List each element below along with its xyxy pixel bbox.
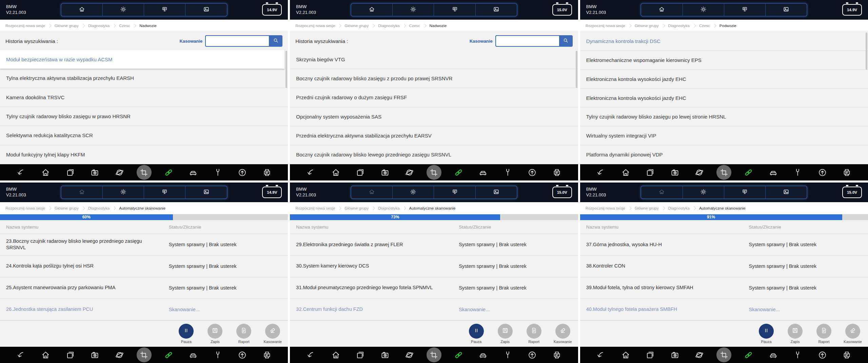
camera-icon[interactable] [667,165,682,180]
car-icon[interactable] [476,165,491,180]
printer-icon[interactable] [259,347,274,362]
windows-icon[interactable] [63,347,78,362]
nav-settings-button[interactable] [683,186,724,198]
back-icon[interactable] [594,347,609,362]
nav-settings-button[interactable] [683,4,724,16]
update-icon[interactable] [815,165,830,180]
nav-settings-button[interactable] [103,4,144,16]
breadcrumb-item[interactable]: Czesc [119,24,130,28]
back-icon[interactable] [14,347,28,362]
report-button[interactable]: Raport [233,324,254,344]
scrollbar[interactable] [866,33,867,70]
nav-print-button[interactable] [434,186,475,198]
breadcrumb-item[interactable]: Główne grupy [55,206,79,210]
report-button[interactable]: Raport [524,324,545,344]
browser-icon[interactable] [692,347,707,362]
clear-history-button[interactable]: Kasowanie [179,39,202,44]
pause-button[interactable]: Pauza [466,324,487,344]
erase-button[interactable]: Kasowanie [842,324,863,344]
nav-print-button[interactable] [724,186,766,198]
link-icon[interactable] [741,347,756,362]
pause-button[interactable]: Pauza [176,324,197,344]
nav-gallery-button[interactable] [476,186,517,198]
nav-gallery-button[interactable] [476,4,517,16]
save-button[interactable]: Zapis [785,324,806,344]
nav-gallery-button[interactable] [185,186,226,198]
wrench-icon[interactable] [790,165,805,180]
browser-icon[interactable] [692,165,707,180]
list-item[interactable]: Przednia elektryczna aktywna stabilizacj… [290,126,578,145]
breadcrumb-item[interactable]: Rozpocznij nowa sesje [5,24,45,28]
printer-icon[interactable] [840,347,854,362]
list-item[interactable]: Platforma dynamiki pionowej VDP [580,145,868,164]
home-icon[interactable] [618,347,633,362]
crop-icon[interactable] [716,165,731,180]
list-item[interactable]: Selektywna redukcja katalityczna SCR [0,126,288,145]
erase-button[interactable]: Kasowanie [552,324,573,344]
breadcrumb-item[interactable]: Główne grupy [55,24,79,28]
car-icon[interactable] [766,347,781,362]
wrench-icon[interactable] [790,347,805,362]
list-item[interactable]: Skrzynia biegów VTG [290,50,578,69]
browser-icon[interactable] [402,347,417,362]
wrench-icon[interactable] [210,347,225,362]
list-item[interactable]: Opcjonalny system wyposażenia SAS [290,107,578,126]
report-button[interactable]: Raport [813,324,834,344]
breadcrumb-item[interactable]: Diagnostyka [88,24,110,28]
search-button[interactable] [269,35,282,47]
nav-home-button[interactable] [641,4,683,16]
home-icon[interactable] [328,165,343,180]
windows-icon[interactable] [63,165,78,180]
crop-icon[interactable] [137,165,152,180]
windows-icon[interactable] [643,347,658,362]
nav-settings-button[interactable] [393,4,434,16]
update-icon[interactable] [235,165,250,180]
back-icon[interactable] [594,165,609,180]
camera-icon[interactable] [87,165,102,180]
pause-button[interactable]: Pauza [756,324,777,344]
breadcrumb-item[interactable]: Diagnostyka [668,206,690,210]
car-icon[interactable] [476,347,491,362]
browser-icon[interactable] [112,347,127,362]
list-item[interactable]: Dynamiczna kontrola trakcji DSC [580,32,868,51]
crop-icon[interactable] [427,165,441,180]
back-icon[interactable] [304,347,319,362]
windows-icon[interactable] [353,165,368,180]
home-icon[interactable] [38,347,53,362]
list-item[interactable]: Elektroniczna kontrola wysokości jazdy E… [580,70,868,89]
nav-settings-button[interactable] [393,186,434,198]
camera-icon[interactable] [667,347,682,362]
home-icon[interactable] [618,165,633,180]
save-button[interactable]: Zapis [204,324,225,344]
nav-home-button[interactable] [61,4,103,16]
browser-icon[interactable] [402,165,417,180]
printer-icon[interactable] [549,165,564,180]
list-item[interactable]: Kamera dookólna TRSVC [0,88,288,107]
breadcrumb-item[interactable]: Diagnostyka [378,24,399,28]
camera-icon[interactable] [377,165,392,180]
nav-settings-button[interactable] [103,186,144,198]
breadcrumb-item[interactable]: Rozpocznij nowa sesje [586,24,625,28]
list-item[interactable]: Tylny czujnik radarowy blisko zasięgu w … [0,107,288,126]
list-item[interactable]: Moduł bezpieczeństwa w razie wypadku ACS… [0,50,284,69]
breadcrumb-item[interactable]: Rozpocznij nowa sesje [586,206,625,210]
link-icon[interactable] [451,165,466,180]
printer-icon[interactable] [549,347,564,362]
printer-icon[interactable] [840,165,854,180]
breadcrumb-item[interactable]: Główne grupy [344,24,369,28]
car-icon[interactable] [766,165,781,180]
breadcrumb-item[interactable]: Rozpocznij nowa sesje [295,206,335,210]
wrench-icon[interactable] [500,347,515,362]
link-icon[interactable] [451,347,466,362]
breadcrumb-item[interactable]: Czesc [699,24,710,28]
scrollbar[interactable] [285,51,287,88]
windows-icon[interactable] [353,347,368,362]
back-icon[interactable] [304,165,319,180]
search-input[interactable] [495,35,559,47]
home-icon[interactable] [38,165,53,180]
list-item[interactable]: Boczny czujnik radarowy blisko lewego pr… [290,145,578,164]
nav-home-button[interactable] [351,4,393,16]
back-icon[interactable] [14,165,28,180]
list-item[interactable]: Moduł funkcyjny tylnej klapy HKFM [0,145,288,164]
nav-print-button[interactable] [144,4,185,16]
